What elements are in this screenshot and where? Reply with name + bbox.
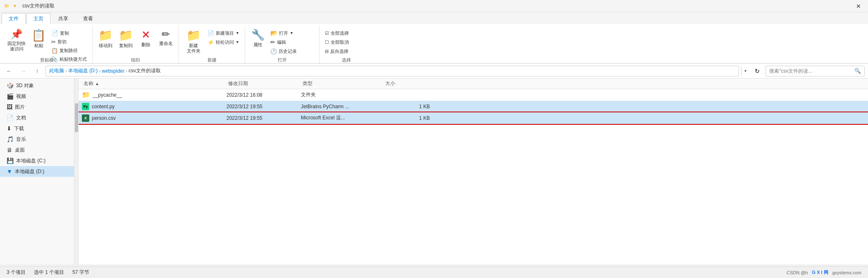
file-list: 名称 ▲ 修改日期 类型 大小 📁 __pycache__ 2022/3/12 … — [79, 78, 868, 264]
sidebar-scrollbar-thumb — [75, 103, 78, 132]
new-label: 新建 — [182, 55, 241, 63]
up-button[interactable]: ↑ — [31, 65, 43, 77]
folder-icon: 📁 — [82, 91, 90, 99]
file-date: 2022/3/12 16:08 — [227, 92, 301, 98]
delete-button[interactable]: ✕ 删除 — [136, 27, 155, 55]
sidebar-scrollbar[interactable] — [74, 78, 79, 264]
deselect-all-icon: ☐ — [325, 40, 329, 45]
delete-icon: ✕ — [141, 29, 150, 41]
3d-icon: 🎲 — [7, 82, 14, 89]
sidebar-item-desktop[interactable]: 🖥 桌面 — [0, 145, 74, 155]
new-item-button[interactable]: 📄 新建项目 ▼ — [205, 29, 241, 37]
tab-file[interactable]: 文件 — [2, 13, 26, 24]
new-folder-button[interactable]: 📁 新建文件夹 — [182, 27, 205, 55]
sidebar-item-music[interactable]: 🎵 音乐 — [0, 134, 74, 145]
quick-access-icon: ▼ — [12, 3, 18, 10]
move-to-button[interactable]: 📁 移动到 — [96, 27, 115, 55]
search-icon: 🔍 — [854, 68, 861, 74]
pin-to-quick-access-button[interactable]: 📌 固定到快速访问 — [5, 27, 28, 55]
col-header-size[interactable]: 大小 — [384, 78, 433, 89]
file-row-content-py[interactable]: Py content.py 2022/3/12 19:55 JetBrains … — [79, 101, 868, 112]
file-name: __pycache__ — [93, 92, 122, 98]
copy-to-button[interactable]: 📁 复制到 — [116, 27, 136, 55]
file-size: 1 KB — [384, 104, 433, 109]
main-area: 🎲 3D 对象 🎬 视频 🖼 图片 📄 文档 ⬇ 下载 🎵 音乐 🖥 桌面 💾 — [0, 78, 868, 264]
select-label: 选择 — [323, 55, 370, 63]
close-button[interactable]: ✕ — [849, 0, 868, 12]
scissors-icon: ✂ — [51, 39, 56, 45]
status-right: CSDN @h G X I 网 gsystems.com — [787, 269, 861, 276]
address-dropdown-button[interactable]: ▾ — [742, 66, 749, 76]
clipboard-label: 剪贴板 — [5, 55, 89, 63]
downloads-icon: ⬇ — [7, 125, 12, 132]
invert-select-icon: ⊟ — [325, 49, 329, 54]
file-date: 2022/3/12 19:55 — [227, 115, 301, 121]
easy-access-icon: ⚡ — [207, 39, 214, 45]
edit-button[interactable]: ✏ 编辑 — [268, 38, 299, 46]
file-row-person-csv[interactable]: X person.csv 2022/3/12 19:55 Microsoft E… — [79, 112, 868, 124]
tab-home[interactable]: 主页 — [26, 13, 50, 24]
back-button[interactable]: ← — [3, 65, 15, 77]
select-all-button[interactable]: ☑ 全部选择 — [323, 29, 351, 37]
sidebar-item-downloads[interactable]: ⬇ 下载 — [0, 123, 74, 134]
selected-count: 选中 1 个项目 — [34, 269, 64, 276]
file-list-header: 名称 ▲ 修改日期 类型 大小 — [79, 78, 868, 89]
ribbon: 📌 固定到快速访问 📋 粘贴 📄 复制 ✂ 剪切 📋 复制路径 — [0, 24, 868, 64]
tab-view[interactable]: 查看 — [76, 13, 100, 24]
rename-button[interactable]: ✏ 重命名 — [156, 27, 175, 55]
forward-button[interactable]: → — [17, 65, 29, 77]
breadcrumb: 此电脑 › 本地磁盘 (D:) › webspider › csv文件的读取 — [45, 66, 739, 76]
sort-indicator: ▲ — [95, 81, 99, 86]
edit-icon: ✏ — [270, 39, 275, 45]
ribbon-tabs: 文件 主页 共享 查看 — [0, 12, 868, 24]
properties-button[interactable]: 🔧 属性 — [248, 27, 267, 55]
file-type: Microsoft Excel 逗... — [301, 114, 384, 121]
selected-size: 57 字节 — [72, 269, 89, 276]
rename-icon: ✏ — [162, 29, 170, 40]
organize-label: 组织 — [96, 55, 175, 63]
status-bar: 3 个项目 选中 1 个项目 57 字节 CSDN @h G X I 网 gsy… — [0, 266, 868, 278]
cut-button[interactable]: ✂ 剪切 — [49, 38, 89, 46]
breadcrumb-item-pc[interactable]: 此电脑 — [49, 67, 64, 74]
file-size: 1 KB — [384, 115, 433, 121]
address-bar: ← → ↑ 此电脑 › 本地磁盘 (D:) › webspider › csv文… — [0, 64, 868, 78]
file-date: 2022/3/12 19:55 — [227, 104, 301, 109]
copy-folder-icon: 📁 — [119, 29, 133, 42]
copy-button[interactable]: 📄 复制 — [49, 29, 89, 37]
search-input[interactable] — [769, 68, 854, 74]
deselect-all-button[interactable]: ☐ 全部取消 — [323, 38, 351, 46]
easy-access-dropdown-icon: ▼ — [236, 40, 239, 44]
file-row-pycache[interactable]: 📁 __pycache__ 2022/3/12 16:08 文件夹 — [79, 89, 868, 101]
select-all-icon: ☑ — [325, 31, 329, 36]
col-header-name[interactable]: 名称 ▲ — [82, 78, 227, 89]
gxi-watermark: G X I 网 — [812, 269, 828, 276]
open-icon: 📂 — [270, 30, 277, 36]
video-icon: 🎬 — [7, 93, 14, 100]
history-button[interactable]: 🕐 历史记录 — [268, 47, 299, 55]
copy-path-button[interactable]: 📋 复制路径 — [49, 47, 89, 55]
music-icon: 🎵 — [7, 136, 14, 143]
breadcrumb-item-webspider[interactable]: webspider — [102, 68, 124, 74]
breadcrumb-item-drive[interactable]: 本地磁盘 (D:) — [68, 67, 98, 74]
sidebar-item-3d[interactable]: 🎲 3D 对象 — [0, 80, 74, 91]
col-header-date[interactable]: 修改日期 — [227, 78, 301, 89]
new-item-dropdown-icon: ▼ — [236, 31, 239, 35]
col-header-type[interactable]: 类型 — [301, 78, 384, 89]
easy-access-button[interactable]: ⚡ 轻松访问 ▼ — [205, 38, 241, 46]
paste-button[interactable]: 📋 粘贴 — [29, 27, 48, 55]
sidebar-item-local-d[interactable]: ▼ 本地磁盘 (D:) — [0, 166, 74, 177]
sidebar-item-pictures[interactable]: 🖼 图片 — [0, 102, 74, 112]
pycharm-icon: Py — [82, 103, 89, 110]
open-button[interactable]: 📂 打开 ▼ — [268, 29, 299, 37]
open-dropdown-icon: ▼ — [290, 31, 293, 35]
pin-icon: 📌 — [10, 29, 23, 40]
search-box: 🔍 — [765, 66, 865, 76]
ribbon-group-clipboard: 📌 固定到快速访问 📋 粘贴 📄 复制 ✂ 剪切 📋 复制路径 — [2, 26, 93, 63]
sidebar-item-videos[interactable]: 🎬 视频 — [0, 91, 74, 102]
invert-select-button[interactable]: ⊟ 反向选择 — [323, 47, 351, 55]
sidebar-item-documents[interactable]: 📄 文档 — [0, 112, 74, 123]
sidebar-item-local-c[interactable]: 💾 本地磁盘 (C:) — [0, 155, 74, 166]
tab-share[interactable]: 共享 — [51, 13, 75, 24]
title-bar: 📁 ▼ csv文件的读取 ✕ — [0, 0, 868, 12]
refresh-button[interactable]: ↻ — [751, 65, 763, 77]
